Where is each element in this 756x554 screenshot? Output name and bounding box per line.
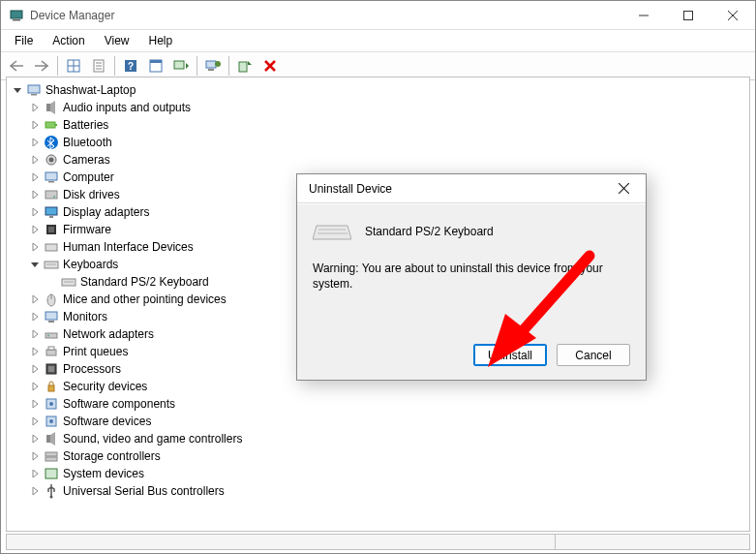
chevron-right-icon[interactable] <box>28 327 42 341</box>
svg-point-31 <box>49 158 54 163</box>
svg-rect-34 <box>45 191 57 199</box>
chevron-right-icon[interactable] <box>28 310 42 323</box>
menu-help[interactable]: Help <box>141 32 181 49</box>
uninstall-device-button[interactable] <box>258 54 282 77</box>
chevron-right-icon[interactable] <box>28 170 42 184</box>
software-icon <box>44 396 59 412</box>
svg-rect-24 <box>28 85 40 93</box>
close-button[interactable] <box>711 1 755 30</box>
chevron-right-icon[interactable] <box>28 484 42 498</box>
svg-point-64 <box>50 496 53 499</box>
svg-rect-32 <box>45 172 57 180</box>
tree-node-label: Security devices <box>63 380 147 393</box>
chevron-right-icon[interactable] <box>28 153 42 167</box>
svg-point-50 <box>47 335 49 337</box>
minimize-button[interactable] <box>621 1 666 30</box>
chevron-right-icon[interactable] <box>28 380 42 393</box>
svg-rect-62 <box>45 457 57 461</box>
chevron-right-icon[interactable] <box>28 467 42 480</box>
scan-hardware-button[interactable] <box>169 54 193 77</box>
svg-rect-27 <box>45 122 55 128</box>
security-icon <box>44 379 59 394</box>
tree-category[interactable]: Software components <box>7 395 749 413</box>
tree-category[interactable]: Universal Serial Bus controllers <box>7 482 749 500</box>
tree-node-label: Computer <box>63 170 114 184</box>
help-button[interactable]: ? <box>119 54 142 77</box>
update-driver-button[interactable] <box>201 54 225 77</box>
menu-file[interactable]: File <box>7 32 41 49</box>
tree-category[interactable]: Sound, video and game controllers <box>7 430 749 447</box>
chevron-right-icon[interactable] <box>28 397 42 411</box>
keyboard-icon <box>61 274 76 290</box>
svg-rect-54 <box>48 366 54 372</box>
chevron-right-icon[interactable] <box>28 449 42 463</box>
enable-device-button[interactable] <box>233 54 257 77</box>
chevron-right-icon[interactable] <box>28 188 42 201</box>
cancel-button[interactable]: Cancel <box>557 344 630 366</box>
dialog-device-name: Standard PS/2 Keyboard <box>365 225 494 238</box>
uninstall-button[interactable]: Uninstall <box>473 344 547 366</box>
svg-rect-33 <box>48 181 54 183</box>
svg-marker-67 <box>313 226 351 239</box>
chevron-right-icon[interactable] <box>28 362 42 376</box>
tree-category[interactable]: Bluetooth <box>7 134 749 151</box>
cpu-icon <box>44 361 59 377</box>
properties-button[interactable] <box>87 54 110 77</box>
svg-rect-3 <box>684 11 693 19</box>
software-icon <box>44 414 59 429</box>
chevron-right-icon[interactable] <box>28 292 42 306</box>
svg-rect-60 <box>46 435 50 443</box>
chevron-right-icon[interactable] <box>28 223 42 236</box>
chevron-right-icon[interactable] <box>28 432 42 446</box>
menubar: File Action View Help <box>1 30 755 51</box>
back-button[interactable] <box>5 54 28 77</box>
action-pane-button[interactable] <box>144 54 167 77</box>
tree-node-label: Firmware <box>63 223 111 236</box>
svg-rect-26 <box>46 104 50 111</box>
svg-rect-19 <box>208 69 214 71</box>
tree-node-label: Sound, video and game controllers <box>63 432 242 446</box>
svg-point-57 <box>49 402 53 406</box>
dialog-warning-text: Warning: You are about to uninstall this… <box>313 261 630 292</box>
keyboard-icon <box>313 220 351 243</box>
svg-rect-21 <box>239 62 247 72</box>
menu-action[interactable]: Action <box>45 32 92 49</box>
svg-text:?: ? <box>128 61 134 72</box>
chevron-right-icon[interactable] <box>28 118 42 132</box>
chevron-down-icon[interactable] <box>11 83 24 97</box>
chevron-down-icon[interactable] <box>28 258 42 271</box>
battery-icon <box>44 117 59 133</box>
tree-category[interactable]: Audio inputs and outputs <box>7 99 749 116</box>
tree-category[interactable]: System devices <box>7 465 749 482</box>
chevron-right-icon[interactable] <box>28 240 42 254</box>
svg-point-20 <box>215 61 221 67</box>
maximize-button[interactable] <box>666 1 711 30</box>
menu-view[interactable]: View <box>97 32 137 49</box>
computer-icon <box>26 82 42 98</box>
chevron-right-icon[interactable] <box>28 101 42 114</box>
chevron-right-icon[interactable] <box>28 136 42 149</box>
status-bar <box>6 534 750 550</box>
chevron-right-icon[interactable] <box>28 345 42 358</box>
tree-category[interactable]: Storage controllers <box>7 447 749 465</box>
tree-root[interactable]: Shashwat-Laptop <box>7 81 749 99</box>
chevron-right-icon[interactable] <box>28 205 42 219</box>
computer-icon <box>44 169 59 185</box>
chevron-right-icon[interactable] <box>28 415 42 428</box>
svg-rect-47 <box>45 312 57 320</box>
tree-node-label: Keyboards <box>63 258 118 271</box>
tree-node-label: Storage controllers <box>63 449 161 463</box>
forward-button[interactable] <box>30 54 53 77</box>
network-icon <box>44 326 59 342</box>
tree-category[interactable]: Software devices <box>7 413 749 430</box>
tree-category[interactable]: Cameras <box>7 151 749 169</box>
svg-rect-39 <box>48 227 54 232</box>
show-hidden-button[interactable] <box>62 54 85 77</box>
svg-point-59 <box>49 419 53 423</box>
tree-category[interactable]: Batteries <box>7 116 749 134</box>
svg-rect-63 <box>45 469 57 478</box>
svg-rect-25 <box>31 94 37 96</box>
system-icon <box>44 466 59 481</box>
camera-icon <box>44 152 59 168</box>
dialog-close-button[interactable] <box>605 175 642 202</box>
